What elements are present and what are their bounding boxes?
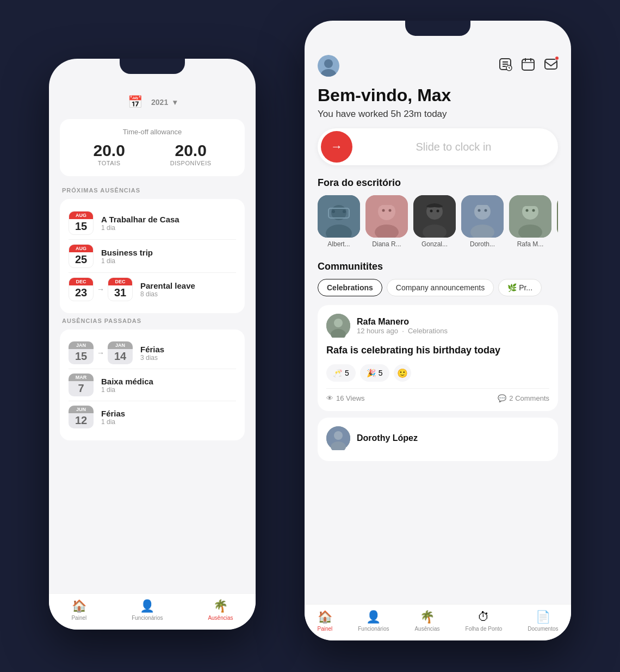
views-stat: 👁 16 Views	[326, 394, 365, 402]
nav-funcionarios[interactable]: 👤 Funcionários	[132, 599, 163, 621]
absence-info: Férias 1 dia	[101, 409, 236, 426]
tab-celebrations[interactable]: Celebrations	[318, 279, 382, 296]
svg-point-48	[334, 431, 343, 440]
person-rafa[interactable]: Rafa M...	[509, 195, 551, 248]
day-25: 25	[73, 253, 89, 265]
nav-right-funcionarios[interactable]: 👤 Funcionários	[358, 610, 389, 632]
date-badge-aug15: AUG 15	[69, 211, 94, 235]
notification-icon-btn[interactable]	[544, 57, 558, 74]
tab-other[interactable]: 🌿 Pr...	[498, 279, 542, 296]
arrow-right-icon: →	[331, 140, 343, 154]
month-aug: AUG	[69, 211, 93, 219]
toast-count: 5	[345, 369, 349, 377]
day-15: 15	[73, 220, 89, 232]
svg-rect-14	[545, 59, 557, 69]
person-diana[interactable]: Diana R...	[365, 195, 408, 248]
month-jan2: JAN	[108, 341, 133, 349]
header-icons	[498, 57, 558, 74]
person-img-diana	[365, 195, 408, 238]
user-avatar[interactable]	[318, 55, 339, 77]
person-name-rafa: Rafa M...	[517, 240, 544, 248]
eye-icon: 👁	[326, 394, 333, 402]
home-icon-right: 🏠	[318, 610, 332, 624]
svg-point-24	[382, 209, 385, 212]
tab-company-announcements[interactable]: Company announcements	[387, 279, 494, 296]
scene: 📅 2021 ▾ Time-off allowance 20.0 TOTAIS …	[38, 15, 582, 657]
nav-right-folha-label: Folha de Ponto	[466, 626, 503, 632]
communities-heading: Communitites	[318, 261, 558, 272]
day-14: 14	[112, 350, 128, 362]
past-absences-card: JAN 15 → JAN 14 Férias 3 dias	[60, 329, 245, 440]
svg-point-40	[532, 209, 535, 212]
doc-icon-right: 📄	[536, 610, 550, 624]
nav-ausencias[interactable]: 🌴 Ausências	[208, 599, 233, 621]
absence-duration: 1 dia	[101, 224, 236, 232]
date-badge-aug25: AUG 25	[69, 244, 94, 268]
person-albert[interactable]: Albert...	[318, 195, 360, 248]
slider-button[interactable]: →	[321, 131, 352, 163]
post-card-dorothy: Dorothy López	[318, 418, 558, 461]
communities-section: Communitites Celebrations Company announ…	[318, 261, 558, 296]
post-meta: Rafa Manero 12 hours ago · Celebrations	[357, 317, 448, 335]
home-icon: 🏠	[72, 599, 86, 613]
left-phone: 📅 2021 ▾ Time-off allowance 20.0 TOTAIS …	[49, 59, 256, 630]
absence-item: AUG 25 Business trip 1 dia	[69, 240, 236, 273]
person-doroth[interactable]: Doroth...	[461, 195, 504, 248]
absence-duration: 3 dias	[140, 354, 236, 362]
allowance-values: 20.0 TOTAIS 20.0 DISPONÍVEIS	[71, 141, 234, 166]
person-cr[interactable]: Cr	[557, 195, 558, 248]
calendar-icon-btn[interactable]	[521, 57, 535, 74]
allowance-available: 20.0 DISPONÍVEIS	[170, 141, 212, 166]
reaction-toast[interactable]: 🥂 5	[326, 364, 356, 382]
slider-text: Slide to clock in	[352, 141, 555, 153]
absence-duration: 1 dia	[101, 386, 236, 394]
day-31: 31	[113, 287, 128, 298]
nav-right-ausencias[interactable]: 🌴 Ausências	[414, 610, 439, 632]
post-author-2: Dorothy López	[357, 433, 418, 443]
post-title: Rafa is celebrating his birthday today	[326, 344, 549, 357]
absence-info: Business trip 1 dia	[101, 248, 236, 265]
person-name-gonzal: Gonzal...	[421, 240, 448, 248]
person-gonzal[interactable]: Gonzal...	[413, 195, 456, 248]
timesheet-icon-btn[interactable]	[498, 57, 512, 74]
clock-slider[interactable]: → Slide to clock in	[318, 128, 558, 165]
comment-icon: 💬	[498, 394, 506, 402]
day-15b: 15	[73, 350, 89, 362]
nav-right-painel[interactable]: 🏠 Painel	[317, 610, 332, 632]
person-img-gonzal	[413, 195, 456, 238]
month-jun: JUN	[69, 406, 94, 413]
person-name-diana: Diana R...	[372, 240, 401, 248]
past-section-title: AUSÊNCIAS PASSADAS	[62, 318, 245, 324]
nav-right-docs-label: Documentos	[528, 626, 558, 632]
date-badge-dec23: DEC 23	[69, 277, 94, 301]
add-reaction-button[interactable]: 🙂	[394, 364, 411, 382]
person-img-albert	[318, 195, 360, 238]
month-jan: JAN	[69, 341, 94, 349]
calendar-icon: 📅	[128, 95, 142, 109]
svg-point-25	[389, 209, 392, 212]
reactions: 🥂 5 🎉 5 🙂	[326, 364, 549, 382]
svg-point-1	[324, 59, 333, 68]
post-card-rafa: Rafa Manero 12 hours ago · Celebrations …	[318, 305, 558, 411]
date-badge-dec31: DEC 31	[108, 277, 133, 301]
clock-icon-right: ⏱	[478, 610, 489, 624]
nav-painel[interactable]: 🏠 Painel	[71, 599, 86, 621]
svg-point-29	[430, 210, 433, 213]
absence-name: Parental leave	[140, 281, 236, 290]
nav-right-folha[interactable]: ⏱ Folha de Ponto	[466, 610, 503, 632]
month-mar: MAR	[69, 374, 94, 381]
person-img-cr	[557, 195, 558, 238]
absence-info: Baixa médica 1 dia	[101, 377, 236, 394]
person-name-albert: Albert...	[327, 240, 350, 248]
date-badge-jun12: JUN 12	[69, 406, 94, 428]
community-tabs: Celebrations Company announcements 🌿 Pr.…	[318, 279, 558, 296]
nav-right-docs[interactable]: 📄 Documentos	[528, 610, 558, 632]
absence-name: Baixa médica	[101, 377, 236, 386]
date-range: DEC 23 → DEC 31	[69, 277, 133, 301]
post-time: 12 hours ago · Celebrations	[357, 327, 448, 335]
absence-name: Férias	[140, 345, 236, 354]
available-value: 20.0	[170, 141, 212, 160]
reaction-party[interactable]: 🎉 5	[360, 364, 389, 382]
year-selector[interactable]: 2021 ▾	[149, 97, 177, 108]
total-label: TOTAIS	[93, 160, 125, 166]
